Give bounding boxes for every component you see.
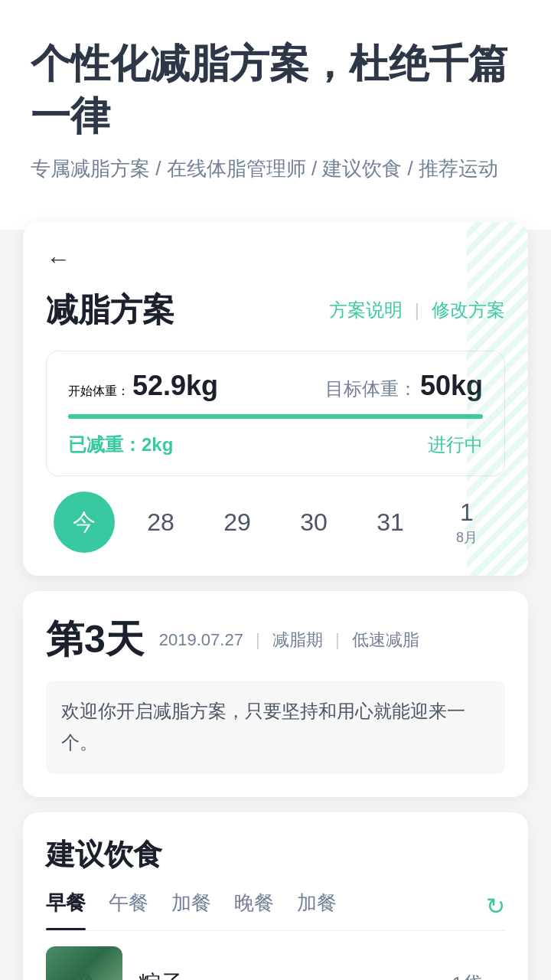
meal-tab[interactable]: 午餐: [109, 890, 148, 923]
day-tag2: 低速减脂: [352, 630, 419, 649]
food-info: 粽子: [138, 969, 436, 980]
date-item[interactable]: 30: [283, 492, 344, 553]
refresh-button[interactable]: ↻: [486, 893, 505, 920]
start-weight-value: 52.9kg: [132, 370, 218, 401]
meal-tab[interactable]: 早餐: [46, 890, 86, 923]
food-name: 粽子: [138, 969, 436, 980]
date-item[interactable]: 18月: [436, 492, 497, 553]
weight-progress-bar: [68, 414, 483, 419]
food-item[interactable]: 粽子 1袋 ›: [46, 946, 505, 980]
day-header: 第3天 2019.07.27 | 减脂期 | 低速减脂: [46, 614, 505, 665]
food-thumbnail: [46, 946, 122, 980]
meal-tab[interactable]: 加餐: [171, 890, 211, 923]
weight-lost-label: 已减重：2kg: [68, 433, 173, 457]
date-item[interactable]: 28: [130, 492, 191, 553]
date-item[interactable]: 31: [360, 492, 421, 553]
card-header: 减脂方案 方案说明 | 修改方案: [46, 289, 505, 332]
action-divider: |: [415, 299, 419, 321]
target-weight-label: 目标体重：50kg: [325, 370, 483, 402]
diet-title: 建议饮食: [46, 835, 505, 874]
page-title: 个性化减脂方案，杜绝千篇一律: [31, 38, 520, 142]
day-meta: 2019.07.27 | 减脂期 | 低速减脂: [159, 629, 419, 652]
back-button[interactable]: ←: [46, 245, 70, 273]
status-badge: 进行中: [428, 433, 483, 457]
day-tag1: 减脂期: [272, 630, 323, 649]
food-qty: 1袋: [452, 971, 482, 980]
page-subtitle: 专属减脂方案 / 在线体脂管理师 / 建议饮食 / 推荐运动: [31, 154, 520, 184]
meal-tab[interactable]: 晚餐: [234, 890, 274, 923]
plan-card: ← 减脂方案 方案说明 | 修改方案 开始体重：52.9kg 目标体重：50kg…: [23, 222, 528, 576]
food-arrow: ›: [498, 972, 505, 980]
weight-row: 开始体重：52.9kg 目标体重：50kg: [68, 370, 483, 402]
day-number: 第3天: [46, 614, 144, 665]
meal-tab[interactable]: 加餐: [297, 890, 337, 923]
card-actions: 方案说明 | 修改方案: [329, 298, 505, 322]
date-item[interactable]: 29: [207, 492, 268, 553]
meal-tabs: 早餐午餐加餐晚餐加餐↻: [46, 890, 505, 931]
modify-button[interactable]: 修改方案: [432, 298, 505, 322]
weight-bottom: 已减重：2kg 进行中: [68, 433, 483, 457]
day-info-section: 第3天 2019.07.27 | 减脂期 | 低速减脂 欢迎你开启减脂方案，只要…: [23, 591, 528, 797]
date-item[interactable]: 今: [54, 492, 115, 553]
start-weight-label: 开始体重：52.9kg: [68, 370, 218, 402]
diet-section: 建议饮食 早餐午餐加餐晚餐加餐↻ 粽子 1袋 ›: [23, 812, 528, 980]
target-weight-value: 50kg: [420, 370, 483, 401]
weight-box: 开始体重：52.9kg 目标体重：50kg 已减重：2kg 进行中: [46, 351, 505, 476]
header-section: 个性化减脂方案，杜绝千篇一律 专属减脂方案 / 在线体脂管理师 / 建议饮食 /…: [0, 0, 551, 230]
date-row: 今2829303118月: [46, 492, 505, 553]
plan-title: 减脂方案: [46, 289, 174, 332]
welcome-text: 欢迎你开启减脂方案，只要坚持和用心就能迎来一个。: [46, 681, 505, 774]
explain-button[interactable]: 方案说明: [329, 298, 403, 322]
weight-lost-value: 2kg: [142, 434, 173, 455]
day-date: 2019.07.27: [159, 630, 243, 649]
